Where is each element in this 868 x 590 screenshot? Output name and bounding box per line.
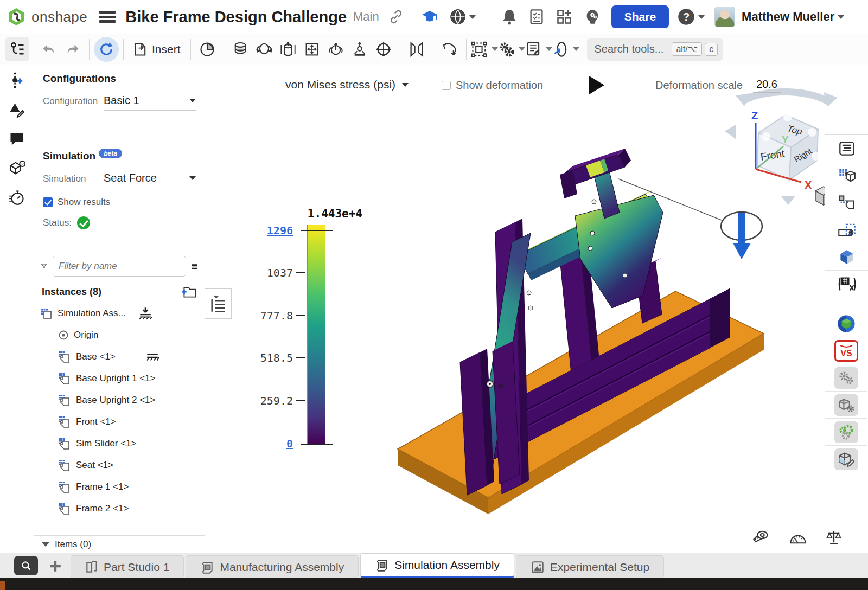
language-globe-icon[interactable]	[450, 9, 476, 25]
deformation-scale-input[interactable]: 20.6	[753, 78, 781, 93]
notifications-bell-icon[interactable]	[502, 9, 517, 25]
app-cad-exchanger-button[interactable]	[825, 310, 867, 337]
assembly-3d-scene[interactable]: Top Front Right Z Y X	[205, 65, 868, 553]
result-type-dropdown[interactable]: von Mises stress (psi)	[285, 78, 409, 91]
search-tools-input[interactable]: Search tools... alt/⌥ c	[587, 38, 724, 61]
selection-tools-icon[interactable]	[471, 37, 498, 61]
shortcut-alt-badge: alt/⌥	[672, 42, 702, 56]
protractor-icon[interactable]	[789, 529, 807, 546]
instance-row-base[interactable]: Base <1>	[34, 346, 205, 368]
tab-part-studio-1[interactable]: Part Studio 1	[71, 555, 184, 578]
tab-search-button[interactable]	[14, 556, 38, 575]
configuration-select[interactable]: Basic 1	[104, 94, 196, 111]
replicate-icon[interactable]	[438, 37, 462, 61]
filter-funnel-icon[interactable]	[41, 259, 47, 273]
app-cube-gear-button[interactable]	[825, 392, 867, 419]
tree-view-flyout-button[interactable]	[205, 288, 232, 319]
insert-button[interactable]: Insert	[128, 37, 186, 61]
app-store-icon[interactable]	[556, 9, 572, 25]
main-menu-icon[interactable]	[99, 11, 116, 23]
explode-animate-icon[interactable]	[552, 37, 579, 61]
mass-properties-scale-icon[interactable]	[826, 529, 842, 546]
legend-min-tick-editable[interactable]: 0	[243, 437, 293, 450]
revolute-mate-icon[interactable]	[195, 37, 219, 61]
show-results-checkbox[interactable]: Show results	[43, 197, 196, 208]
view-cube[interactable]: Top Front Right Z Y X	[725, 92, 838, 205]
performance-timer-icon[interactable]	[5, 187, 29, 208]
user-avatar[interactable]	[714, 7, 735, 27]
configuration-label: Configuration	[43, 96, 104, 107]
insert-label: Insert	[152, 43, 181, 56]
share-button[interactable]: Share	[611, 5, 669, 28]
user-menu-caret-icon[interactable]	[838, 15, 844, 19]
app-cube-edit-button[interactable]	[825, 446, 867, 473]
app-green-gears-button[interactable]	[825, 419, 867, 446]
legend-max-tick-editable[interactable]: 1296	[243, 224, 293, 237]
undo-button[interactable]	[37, 37, 61, 61]
appearance-editor-icon[interactable]	[5, 99, 29, 120]
share-link-icon[interactable]	[389, 10, 403, 24]
bom-table-icon[interactable]	[525, 37, 552, 61]
instance-row[interactable]: Base Upright 2 <1>	[34, 389, 205, 411]
base-upright-1-part[interactable]	[460, 338, 520, 495]
render-studio-button[interactable]	[825, 243, 868, 271]
show-results-label: Show results	[58, 197, 110, 208]
instance-row[interactable]: Seat <1>	[34, 454, 205, 476]
tab-experimental-setup[interactable]: Experimental Setup	[516, 555, 664, 578]
sync-update-button[interactable]	[94, 37, 119, 61]
mate-connector-icon[interactable]	[405, 37, 429, 61]
structure-panel-button[interactable]	[825, 135, 868, 162]
axis-z-label: Z	[751, 110, 758, 121]
instance-row[interactable]: Front <1>	[34, 411, 205, 433]
assembly-toolbar: Insert	[0, 34, 868, 65]
instance-row[interactable]: Frame 1 <1>	[34, 476, 205, 498]
workspace-label[interactable]: Main	[353, 10, 379, 24]
app-gray-gears-button[interactable]	[825, 364, 867, 392]
user-name[interactable]: Matthew Mueller	[742, 10, 834, 24]
parallel-mate-icon[interactable]	[372, 37, 395, 61]
instance-row-assembly[interactable]: Simulation Ass...	[34, 303, 205, 324]
simulation-select[interactable]: Seat Force	[104, 172, 196, 188]
comments-icon[interactable]	[5, 128, 29, 150]
legend-colorbar	[307, 225, 326, 445]
pin-slot-mate-icon[interactable]	[348, 37, 372, 61]
slider-mate-icon[interactable]	[276, 37, 300, 61]
tasks-checklist-icon[interactable]	[529, 9, 544, 25]
configuration-panel-button[interactable]	[825, 162, 868, 189]
tape-measure-icon[interactable]	[752, 529, 770, 546]
window-bottom-edge	[0, 578, 868, 590]
onshape-logo[interactable]: onshape	[7, 7, 87, 27]
list-view-icon[interactable]	[192, 260, 198, 273]
graphics-canvas[interactable]: von Mises stress (psi) Show deformation …	[205, 65, 868, 553]
feature-list-toggle[interactable]	[5, 37, 29, 61]
mate-connector-insert-icon[interactable]	[5, 69, 29, 91]
ai-advisor-icon[interactable]	[584, 9, 601, 25]
fastened-mate-icon[interactable]	[228, 37, 252, 61]
ball-mate-icon[interactable]	[252, 37, 276, 61]
right-panel-rail: VS	[825, 134, 868, 485]
simulation-settings-icon[interactable]	[498, 37, 525, 61]
instance-row[interactable]: Base Upright 1 <1>	[34, 368, 205, 389]
design-help-icon[interactable]: ?	[5, 157, 29, 179]
variables-panel-button[interactable]	[825, 271, 868, 298]
filter-input[interactable]	[53, 256, 186, 277]
planar-mate-icon[interactable]	[300, 37, 324, 61]
add-folder-icon[interactable]	[181, 285, 197, 298]
redo-button[interactable]	[61, 37, 85, 61]
items-section-toggle[interactable]: Items (0)	[34, 535, 205, 553]
help-icon[interactable]: ?	[678, 8, 705, 25]
instance-row-origin[interactable]: Origin	[34, 324, 205, 346]
show-deformation-checkbox[interactable]: Show deformation	[442, 79, 543, 92]
instance-row[interactable]: Frame 2 <1>	[34, 498, 205, 520]
derived-part-button[interactable]	[825, 189, 868, 216]
tab-manufacturing-assembly[interactable]: Manufacturing Assembly	[186, 555, 359, 578]
tab-simulation-assembly[interactable]: Simulation Assembly	[360, 553, 514, 578]
section-view-button[interactable]	[825, 216, 868, 243]
learning-center-icon[interactable]	[422, 10, 438, 24]
add-tab-button[interactable]	[44, 555, 66, 577]
app-vex-vs-button[interactable]: VS	[825, 337, 867, 364]
instance-row[interactable]: Sim Slider <1>	[34, 433, 205, 454]
legend-tick: 518.5	[243, 351, 293, 364]
cylindrical-mate-icon[interactable]	[324, 37, 348, 61]
play-simulation-button[interactable]	[589, 76, 604, 94]
